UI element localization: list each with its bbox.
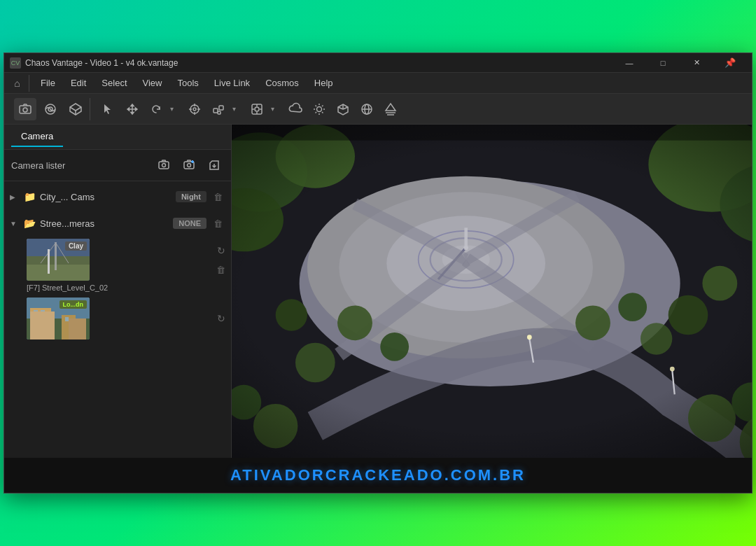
livelink-menu[interactable]: Live Link	[207, 75, 257, 91]
svg-rect-10	[214, 108, 218, 113]
pin-button[interactable]: 📌	[714, 53, 746, 73]
camera-thumb-2: Lo...dn	[27, 298, 90, 340]
camera-tab[interactable]: Camera	[11, 127, 63, 147]
svg-line-24	[316, 105, 317, 106]
camera-group-street-header[interactable]: ▼ 📂 Stree...meras NONE 🗑	[4, 211, 231, 236]
svg-rect-46	[27, 256, 90, 265]
svg-rect-96	[232, 125, 752, 458]
move-tool-button[interactable]	[121, 98, 144, 120]
svg-line-25	[322, 112, 323, 113]
box-button[interactable]	[332, 98, 354, 120]
svg-rect-12	[218, 111, 220, 114]
assets-button[interactable]	[64, 98, 87, 120]
viewport[interactable]	[232, 125, 752, 458]
svg-rect-51	[27, 318, 90, 340]
tools-menu[interactable]: Tools	[170, 75, 205, 91]
svg-line-26	[322, 105, 323, 106]
city-delete-button[interactable]: 🗑	[211, 190, 225, 204]
title-bar: CV Chaos Vantage - Video 1 - v4 ok.vanta…	[4, 53, 752, 73]
svg-rect-52	[30, 308, 51, 340]
sidebar: Camera Camera lister	[4, 125, 232, 458]
city-badge[interactable]: Night	[176, 191, 206, 202]
camera-2-badge: Lo...dn	[59, 300, 88, 309]
svg-rect-47	[55, 242, 57, 270]
toolbar-select-section: ▾ ▾	[94, 98, 405, 120]
object-dropdown-arrow[interactable]: ▾	[231, 105, 237, 113]
street-camera-items: Clay ↻ 🗑 [F7] Street_Level_C_02	[4, 236, 231, 342]
camera-1-badge: Clay	[65, 241, 87, 251]
svg-point-19	[317, 106, 322, 111]
sun-button[interactable]	[308, 98, 330, 120]
select-tool-button[interactable]	[97, 98, 120, 120]
svg-rect-56	[65, 317, 69, 321]
camera-group-city: ▶ 📁 City_... Cams Night 🗑	[4, 184, 231, 209]
render-button[interactable]	[246, 98, 268, 120]
svg-marker-34	[386, 104, 396, 111]
svg-rect-37	[159, 162, 169, 169]
svg-point-38	[162, 164, 166, 167]
menu-bar: ⌂ File Edit Select View Tools Live Link …	[4, 73, 752, 94]
close-button[interactable]: ✕	[680, 53, 713, 73]
main-area: Camera Camera lister	[4, 125, 752, 458]
sphere-button[interactable]	[356, 98, 378, 120]
toolbar: ▾ ▾	[4, 94, 752, 125]
camera-1-delete[interactable]: 🗑	[216, 265, 225, 275]
minimize-button[interactable]: —	[613, 53, 645, 73]
render-dropdown-arrow[interactable]: ▾	[270, 105, 276, 113]
camera-thumb-row-1: Clay ↻ 🗑	[27, 239, 225, 281]
camera-group-city-header[interactable]: ▶ 📁 City_... Cams Night 🗑	[4, 184, 231, 209]
app-window: CV Chaos Vantage - Video 1 - v4 ok.vanta…	[4, 52, 752, 493]
select-menu[interactable]: Select	[94, 75, 134, 91]
add-group-button[interactable]	[179, 155, 199, 175]
camera-2-refresh[interactable]: ↻	[217, 313, 225, 324]
svg-rect-45	[27, 263, 90, 281]
help-menu[interactable]: Help	[307, 75, 340, 91]
camera-1-refresh[interactable]: ↻	[217, 245, 225, 256]
svg-point-40	[188, 164, 191, 167]
camera-item-2[interactable]: Lo...dn ↻	[21, 295, 231, 342]
home-menu-item[interactable]: ⌂	[10, 75, 29, 92]
svg-rect-55	[62, 315, 76, 340]
group-name-city: City_... Cams	[40, 192, 172, 202]
camera-thumb-1: Clay	[27, 239, 90, 281]
add-camera-button[interactable]	[154, 155, 174, 175]
svg-line-30	[338, 107, 343, 109]
edit-menu[interactable]: Edit	[64, 75, 93, 91]
street-delete-button[interactable]: 🗑	[211, 217, 225, 230]
file-menu[interactable]: File	[34, 75, 62, 91]
svg-point-5	[193, 108, 196, 111]
target-tool-button[interactable]	[183, 98, 206, 120]
cloud-button[interactable]	[284, 98, 307, 120]
folder-icon: 📁	[24, 191, 36, 202]
camera-tab-button[interactable]	[14, 98, 36, 120]
svg-point-14	[255, 107, 259, 111]
group-expand-arrow: ▶	[10, 193, 20, 201]
camera-lister-header: Camera lister	[4, 150, 231, 181]
import-button[interactable]	[204, 155, 224, 175]
toolbar-left-section	[11, 98, 90, 120]
environment-settings-button[interactable]	[39, 98, 62, 120]
svg-rect-53	[34, 310, 38, 316]
scene-view	[232, 125, 752, 458]
view-menu[interactable]: View	[136, 75, 169, 91]
window-controls: — □ ✕ 📌	[613, 53, 746, 73]
svg-line-27	[316, 112, 317, 113]
group-expand-arrow-2: ▼	[10, 220, 20, 227]
camera-item-1[interactable]: Clay ↻ 🗑 [F7] Street_Level_C_02	[21, 236, 231, 295]
street-badge[interactable]: NONE	[173, 218, 206, 229]
scatter-tool-button[interactable]	[207, 98, 230, 120]
svg-line-29	[343, 107, 348, 109]
camera-lister-title: Camera lister	[11, 160, 65, 171]
rotate-tool-button[interactable]	[145, 98, 167, 120]
transform-dropdown-arrow[interactable]: ▾	[169, 105, 175, 113]
cosmos-menu[interactable]: Cosmos	[258, 75, 306, 91]
maximize-button[interactable]: □	[647, 53, 679, 73]
camera-1-label: [F7] Street_Level_C_02	[27, 284, 225, 292]
camera-group-street: ▼ 📂 Stree...meras NONE 🗑	[4, 211, 231, 342]
app-icon: CV	[10, 57, 21, 69]
camera-thumb-row-2: Lo...dn ↻	[27, 298, 225, 340]
svg-rect-54	[41, 310, 45, 316]
watermark-text: ATIVADORCRACKEADO.COM.BR	[230, 466, 526, 484]
light-button[interactable]	[379, 98, 402, 120]
folder-icon-2: 📂	[24, 218, 36, 229]
